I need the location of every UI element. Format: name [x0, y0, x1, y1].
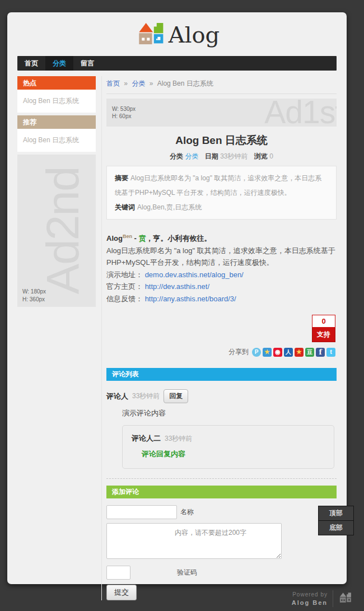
homepage-link-label: 官方主页： [106, 282, 143, 291]
share-qq-friends-icon[interactable]: P [252, 348, 261, 357]
reply-button[interactable]: 回复 [164, 389, 188, 403]
alog-houses-icon [134, 21, 167, 49]
share-label: 分享到 [228, 347, 249, 357]
page-scroll-nav: 顶部 底部 [318, 506, 354, 535]
sidebar-recommend-item[interactable]: Alog Ben 日志系统 [17, 129, 96, 152]
ad2-label: Ad2nd [36, 167, 89, 294]
submit-button[interactable]: 提交 [106, 585, 137, 600]
nav-item-category[interactable]: 分类 [45, 56, 73, 71]
demo-link[interactable]: demo.dev.asthis.net/alog_ben/ [145, 270, 244, 279]
article-title: Alog Ben 日志系统 [106, 133, 337, 148]
name-input-slot [106, 505, 177, 519]
ad1-width: W: 530px [112, 105, 136, 113]
summary-label: 摘要 [115, 174, 128, 182]
meta-views-label: 浏览 [254, 152, 268, 160]
article-link-row: 官方主页： http://dev.asthis.net/ [106, 281, 337, 293]
captcha-label: 验证码 [177, 568, 197, 577]
keywords-label: 关键词 [115, 203, 135, 211]
scroll-top-button[interactable]: 顶部 [318, 506, 354, 521]
powered-by-line1: Powered by [292, 590, 328, 599]
captcha-input-slot [106, 566, 177, 580]
ad1-size-label: W: 530px H: 60px [112, 105, 136, 120]
intro-green-char: 贲 [138, 234, 146, 242]
keywords-line: 关键词Alog,Ben,贲,日志系统 [115, 200, 328, 214]
breadcrumb-current: Alog Ben 日志系统 [157, 80, 213, 87]
breadcrumb-category-link[interactable]: 分类 [132, 80, 145, 87]
nav-item-home[interactable]: 首页 [17, 56, 45, 71]
intro-rest: ，亨。小利有攸往。 [146, 234, 211, 242]
meta-category-link[interactable]: 分类 [185, 152, 198, 160]
homepage-link[interactable]: http://dev.asthis.net/ [145, 282, 209, 291]
comment-list-header: 评论列表 [106, 368, 337, 381]
meta-date-label: 日期 [205, 152, 218, 160]
intro-sup: Ben [123, 234, 132, 239]
content-area: 热点 Alog Ben 日志系统 推荐 Alog Ben 日志系统 Ad2nd … [7, 71, 347, 600]
alog-houses-gray-icon [338, 591, 353, 606]
breadcrumb-separator: » [124, 80, 128, 87]
name-row: 名称 [106, 505, 337, 519]
sidebar-ad-placeholder: Ad2nd W: 180px H: 360px [17, 155, 96, 307]
share-twitter-icon[interactable]: t [326, 348, 335, 357]
name-input[interactable] [106, 505, 177, 519]
article-meta: 分类 分类 日期 33秒钟前 浏览 0 [106, 152, 337, 161]
site-title: Alog [169, 24, 220, 46]
feedback-link[interactable]: http://any.asthis.net/board/3/ [145, 295, 236, 303]
meta-views-value: 0 [269, 152, 273, 160]
reply-meta-row: 评论人二 33秒钟前 [132, 433, 325, 444]
comment-reply-box: 评论人二 33秒钟前 评论回复内容 [122, 425, 334, 469]
main-nav: 首页 分类 留言 [17, 56, 337, 71]
ad1-label: Ad1st [264, 99, 337, 127]
meta-category-label: 分类 [170, 152, 183, 160]
powered-by-line2: Alog Ben [292, 599, 328, 607]
comment-divider [106, 478, 337, 479]
comment-textarea[interactable] [106, 523, 282, 559]
article-paragraph: Alog日志系统即名为 "a log" 取其简洁，追求效率之意，本日志系统基于P… [106, 245, 337, 269]
article-summary-box: 摘要Alog日志系统即名为 "a log" 取其简洁，追求效率之意，本日志系统基… [106, 166, 337, 220]
site-header: Alog [7, 12, 347, 56]
share-baidu-icon[interactable]: ★ [295, 348, 304, 357]
sidebar-recommend-header: 推荐 [17, 115, 96, 129]
top-ad-placeholder: Ad1st W: 530px H: 60px [106, 99, 337, 127]
summary-text: Alog日志系统即名为 "a log" 取其简洁，追求效率之意，本日志系统基于P… [115, 174, 321, 197]
comment-meta-row: 评论人 33秒钟前 回复 [106, 389, 337, 403]
sidebar-hot-item[interactable]: Alog Ben 日志系统 [17, 90, 96, 113]
share-renren-icon[interactable]: 人 [284, 348, 293, 357]
article-link-row: 演示地址： demo.dev.asthis.net/alog_ben/ [106, 269, 337, 281]
captcha-row: 验证码 [106, 566, 337, 580]
scroll-bottom-button[interactable]: 底部 [318, 520, 354, 535]
main-column: 首页 » 分类 » Alog Ben 日志系统 Ad1st W: 530px H… [101, 76, 337, 600]
ad1-height: H: 60px [112, 113, 136, 120]
share-bar: 分享到 P ★ ◉ 人 ★ 豆 f t [108, 347, 335, 357]
name-label: 名称 [180, 507, 194, 517]
intro-name: Alog [106, 234, 123, 242]
sidebar-hot-header: 热点 [17, 76, 96, 90]
site-logo[interactable]: Alog [134, 21, 220, 49]
share-douban-icon[interactable]: 豆 [305, 348, 314, 357]
article-link-row: 信息反馈： http://any.asthis.net/board/3/ [106, 293, 337, 305]
summary-line: 摘要Alog日志系统即名为 "a log" 取其简洁，追求效率之意，本日志系统基… [115, 171, 328, 200]
powered-by: Powered by Alog Ben [292, 590, 353, 607]
vote-widget: 0 支持 [312, 315, 335, 342]
reply-content[interactable]: 评论回复内容 [142, 449, 325, 459]
intro-dash: - [132, 234, 139, 242]
comment-item: 评论人 33秒钟前 回复 演示评论内容 评论人二 33秒钟前 评论回复内容 [106, 389, 337, 469]
ad2-size-label: W: 180px H: 360px [22, 288, 46, 304]
keywords-text: Alog,Ben,贲,日志系统 [137, 203, 202, 211]
add-comment-header: 添加评论 [106, 486, 337, 498]
ad2-width: W: 180px [22, 288, 46, 296]
comment-author: 评论人 [106, 391, 128, 402]
nav-item-message[interactable]: 留言 [73, 56, 101, 71]
reply-author: 评论人二 [132, 433, 161, 444]
breadcrumb-separator: » [150, 80, 153, 87]
share-facebook-icon[interactable]: f [316, 348, 325, 357]
vote-support-button[interactable]: 支持 [312, 328, 335, 342]
powered-by-text: Powered by Alog Ben [292, 590, 333, 607]
share-sina-weibo-icon[interactable]: ◉ [273, 348, 282, 357]
comment-time: 33秒钟前 [132, 391, 160, 401]
captcha-input[interactable] [106, 566, 130, 580]
feedback-link-label: 信息反馈： [106, 295, 143, 303]
demo-link-label: 演示地址： [106, 270, 143, 279]
breadcrumb-home-link[interactable]: 首页 [106, 80, 120, 87]
article-intro-line: AlogBen - 贲，亨。小利有攸往。 [106, 231, 337, 245]
share-qzone-icon[interactable]: ★ [263, 348, 272, 357]
